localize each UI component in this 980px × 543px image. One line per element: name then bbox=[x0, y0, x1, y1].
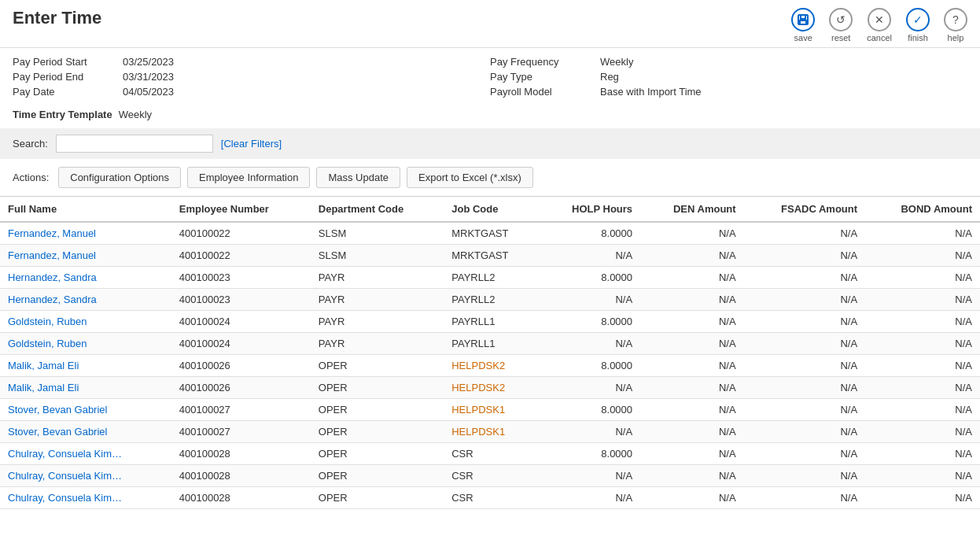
cell-fsadc-amount: N/A bbox=[744, 487, 865, 509]
cell-holp-hours: N/A bbox=[540, 377, 640, 399]
cell-employee-number: 400100024 bbox=[171, 311, 311, 333]
help-label: help bbox=[948, 33, 964, 42]
cell-department-code: OPER bbox=[311, 443, 444, 465]
cell-department-code: OPER bbox=[311, 377, 444, 399]
search-bar: Search: [Clear Filters] bbox=[0, 128, 980, 159]
cell-fsadc-amount: N/A bbox=[744, 311, 865, 333]
cell-department-code: OPER bbox=[311, 487, 444, 509]
cell-fsadc-amount: N/A bbox=[744, 399, 865, 421]
meta-pay-frequency: Pay Frequency Weekly bbox=[490, 56, 967, 68]
employee-info-button[interactable]: Employee Information bbox=[187, 167, 310, 188]
cell-holp-hours: 8.0000 bbox=[540, 355, 640, 377]
cell-bond-amount: N/A bbox=[865, 421, 980, 443]
cell-job-code: PAYRLL1 bbox=[444, 311, 540, 333]
cell-full-name[interactable]: Malik, Jamal Eli bbox=[0, 355, 171, 377]
cell-holp-hours: 8.0000 bbox=[540, 311, 640, 333]
clear-filters-link[interactable]: [Clear Filters] bbox=[221, 138, 282, 150]
template-row: Time Entry Template Weekly bbox=[0, 105, 980, 128]
help-icon: ? bbox=[944, 8, 967, 31]
cell-bond-amount: N/A bbox=[865, 465, 980, 487]
cell-full-name[interactable]: Malik, Jamal Eli bbox=[0, 377, 171, 399]
actions-bar: Actions: Configuration Options Employee … bbox=[0, 159, 980, 196]
cell-full-name[interactable]: Chulray, Consuela Kim… bbox=[0, 443, 171, 465]
meta-label-payroll-model: Payroll Model bbox=[490, 86, 592, 98]
col-header-job-code: Job Code bbox=[444, 197, 540, 223]
cell-job-code[interactable]: HELPDSK1 bbox=[444, 421, 540, 443]
cell-fsadc-amount: N/A bbox=[744, 377, 865, 399]
cell-full-name[interactable]: Chulray, Consuela Kim… bbox=[0, 487, 171, 509]
cell-job-code[interactable]: HELPDSK2 bbox=[444, 355, 540, 377]
cell-full-name[interactable]: Stover, Bevan Gabriel bbox=[0, 399, 171, 421]
cell-holp-hours: 8.0000 bbox=[540, 399, 640, 421]
table-container: Full Name Employee Number Department Cod… bbox=[0, 196, 980, 509]
cancel-button[interactable]: ✕ cancel bbox=[867, 8, 892, 42]
cell-employee-number: 400100023 bbox=[171, 289, 311, 311]
table-row: Stover, Bevan Gabriel 400100027 OPER HEL… bbox=[0, 421, 980, 443]
meta-label-pay-period-end: Pay Period End bbox=[13, 71, 115, 83]
cell-den-amount: N/A bbox=[640, 355, 744, 377]
cancel-icon: ✕ bbox=[868, 8, 891, 31]
table-row: Chulray, Consuela Kim… 400100028 OPER CS… bbox=[0, 443, 980, 465]
cell-job-code: CSR bbox=[444, 487, 540, 509]
cell-job-code: MRKTGAST bbox=[444, 222, 540, 245]
cell-full-name[interactable]: Fernandez, Manuel bbox=[0, 245, 171, 267]
cell-holp-hours: N/A bbox=[540, 465, 640, 487]
finish-button[interactable]: ✓ finish bbox=[906, 8, 930, 42]
svg-rect-1 bbox=[801, 15, 805, 19]
cell-full-name[interactable]: Hernandez, Sandra bbox=[0, 267, 171, 289]
reset-button[interactable]: ↺ reset bbox=[829, 8, 853, 42]
cell-fsadc-amount: N/A bbox=[744, 245, 865, 267]
cell-department-code: OPER bbox=[311, 465, 444, 487]
cell-job-code[interactable]: HELPDSK1 bbox=[444, 399, 540, 421]
save-button[interactable]: save bbox=[791, 8, 815, 42]
meta-pay-date: Pay Date 04/05/2023 bbox=[13, 86, 490, 98]
search-input[interactable] bbox=[56, 135, 213, 153]
top-bar: Enter Time save ↺ reset ✕ cancel ✓ finis… bbox=[0, 0, 980, 48]
meta-label-pay-date: Pay Date bbox=[13, 86, 115, 98]
cell-fsadc-amount: N/A bbox=[744, 465, 865, 487]
cell-fsadc-amount: N/A bbox=[744, 222, 865, 245]
meta-value-pay-date: 04/05/2023 bbox=[123, 86, 174, 98]
table-row: Chulray, Consuela Kim… 400100028 OPER CS… bbox=[0, 465, 980, 487]
cell-bond-amount: N/A bbox=[865, 289, 980, 311]
reset-label: reset bbox=[831, 33, 850, 42]
cell-full-name[interactable]: Stover, Bevan Gabriel bbox=[0, 421, 171, 443]
cell-employee-number: 400100028 bbox=[171, 465, 311, 487]
meta-value-payroll-model: Base with Import Time bbox=[600, 86, 702, 98]
cell-full-name[interactable]: Goldstein, Ruben bbox=[0, 311, 171, 333]
config-options-button[interactable]: Configuration Options bbox=[58, 167, 181, 188]
cell-full-name[interactable]: Goldstein, Ruben bbox=[0, 333, 171, 355]
cell-full-name[interactable]: Fernandez, Manuel bbox=[0, 222, 171, 245]
meta-value-pay-period-start: 03/25/2023 bbox=[123, 56, 174, 68]
cell-department-code: PAYR bbox=[311, 267, 444, 289]
cell-job-code[interactable]: HELPDSK2 bbox=[444, 377, 540, 399]
help-button[interactable]: ? help bbox=[944, 8, 967, 42]
cell-full-name[interactable]: Hernandez, Sandra bbox=[0, 289, 171, 311]
mass-update-button[interactable]: Mass Update bbox=[316, 167, 400, 188]
cell-department-code: OPER bbox=[311, 355, 444, 377]
cell-department-code: SLSM bbox=[311, 245, 444, 267]
cell-holp-hours: N/A bbox=[540, 487, 640, 509]
cell-fsadc-amount: N/A bbox=[744, 421, 865, 443]
export-excel-button[interactable]: Export to Excel (*.xlsx) bbox=[407, 167, 533, 188]
cell-holp-hours: N/A bbox=[540, 289, 640, 311]
page-title: Enter Time bbox=[13, 8, 101, 28]
cell-den-amount: N/A bbox=[640, 333, 744, 355]
reset-icon: ↺ bbox=[829, 8, 853, 31]
finish-icon: ✓ bbox=[906, 8, 930, 31]
cell-full-name[interactable]: Chulray, Consuela Kim… bbox=[0, 465, 171, 487]
cell-bond-amount: N/A bbox=[865, 443, 980, 465]
cell-holp-hours: N/A bbox=[540, 333, 640, 355]
cell-holp-hours: 8.0000 bbox=[540, 222, 640, 245]
finish-label: finish bbox=[908, 33, 928, 42]
cell-bond-amount: N/A bbox=[865, 355, 980, 377]
cell-bond-amount: N/A bbox=[865, 222, 980, 245]
cell-bond-amount: N/A bbox=[865, 333, 980, 355]
toolbar: save ↺ reset ✕ cancel ✓ finish ? help bbox=[791, 8, 967, 42]
cell-department-code: SLSM bbox=[311, 222, 444, 245]
col-header-department-code: Department Code bbox=[311, 197, 444, 223]
cell-fsadc-amount: N/A bbox=[744, 333, 865, 355]
cell-bond-amount: N/A bbox=[865, 377, 980, 399]
table-row: Malik, Jamal Eli 400100026 OPER HELPDSK2… bbox=[0, 355, 980, 377]
meta-value-pay-period-end: 03/31/2023 bbox=[123, 71, 174, 83]
